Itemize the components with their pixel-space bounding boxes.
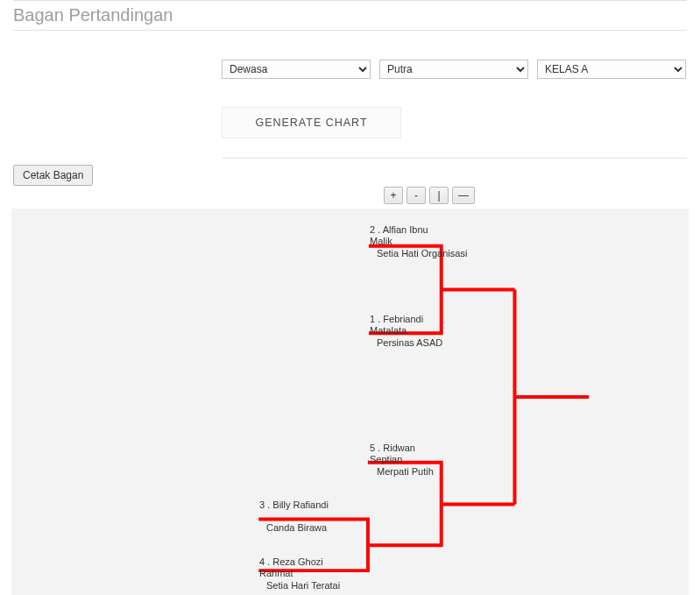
- bracket-entry: 1 . Febriandi Matalata Persinas ASAD: [370, 313, 501, 349]
- zoom-controls: + - | —: [384, 187, 475, 204]
- filter-class[interactable]: KELAS A: [537, 60, 686, 79]
- divider-under-title: [13, 30, 687, 31]
- bracket-lines: [12, 209, 688, 594]
- participant-name-line2: Rahmat: [259, 567, 391, 579]
- zoom-in-button[interactable]: +: [384, 187, 403, 204]
- bracket-entry: 3 . Billy Rafiandi Canda Birawa: [259, 499, 382, 534]
- divider-below-filters: [222, 158, 687, 159]
- bracket-area: 2 . Alfian Ibnu Malik Setia Hati Organis…: [11, 209, 689, 595]
- participant-org: Setia Hati Organisasi: [370, 247, 501, 259]
- participant-name-line2: Septian: [370, 453, 501, 465]
- seed: 3: [259, 499, 265, 510]
- participant-name: Ridwan: [383, 443, 415, 453]
- participant-org: Persinas ASAD: [370, 336, 501, 349]
- participant-name: Reza Ghozi: [272, 556, 322, 567]
- print-bracket-button[interactable]: Cetak Bagan: [13, 165, 93, 186]
- participant-name: Billy Rafiandi: [272, 499, 329, 510]
- generate-chart-button[interactable]: GENERATE CHART: [222, 107, 401, 138]
- filters-row: Dewasa Putra KELAS A: [222, 60, 686, 79]
- filter-age-group[interactable]: Dewasa: [222, 60, 371, 79]
- bracket-entry: 4 . Reza Ghozi Rahmat Setia Hari Teratai: [259, 556, 391, 591]
- seed: 4: [259, 556, 265, 567]
- filter-gender[interactable]: Putra: [379, 60, 528, 79]
- page-title: Bagan Pertandingan: [13, 5, 173, 25]
- zoom-fit-button[interactable]: —: [452, 187, 475, 204]
- participant-org: Setia Hari Teratai: [259, 579, 391, 591]
- bracket-entry: 2 . Alfian Ibnu Malik Setia Hati Organis…: [370, 223, 501, 259]
- participant-name-line2: Matalata: [370, 324, 501, 336]
- participant-org: Merpati Putih: [370, 465, 501, 478]
- participant-name: Alfian Ibnu: [383, 224, 428, 235]
- zoom-out-button[interactable]: -: [407, 187, 426, 204]
- participant-org: Canda Birawa: [259, 521, 382, 534]
- zoom-reset-button[interactable]: |: [429, 187, 449, 204]
- participant-name: Febriandi: [383, 314, 423, 324]
- seed: 5: [370, 443, 375, 453]
- bracket-entry: 5 . Ridwan Septian Merpati Putih: [370, 442, 501, 478]
- seed: 1: [370, 314, 375, 324]
- divider-top: [13, 0, 687, 1]
- participant-name-line2: Malik: [370, 235, 501, 247]
- seed: 2: [370, 224, 375, 235]
